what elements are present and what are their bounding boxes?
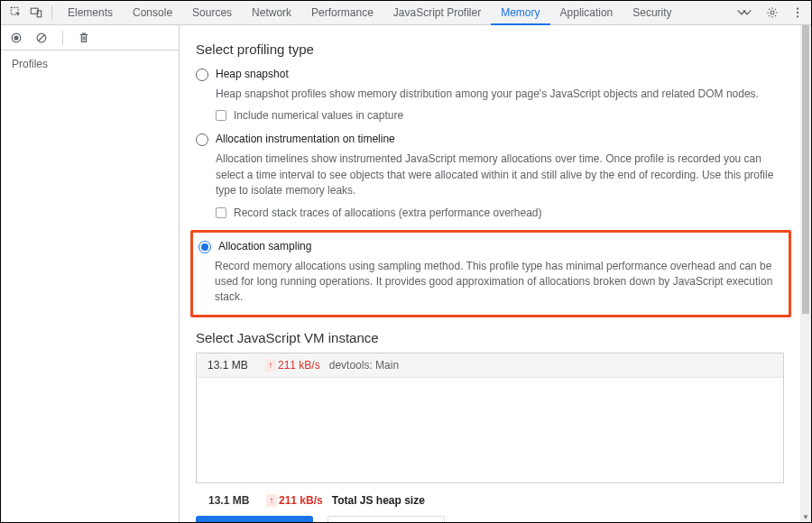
- clear-icon[interactable]: [35, 32, 48, 44]
- tab-javascript-profiler[interactable]: JavaScript Profiler: [383, 1, 491, 25]
- left-pane: Profiles: [1, 25, 180, 523]
- svg-point-5: [797, 12, 798, 14]
- checkbox-label[interactable]: Include numerical values in capture: [234, 109, 403, 122]
- svg-point-6: [797, 15, 798, 17]
- vertical-scrollbar[interactable]: ▼: [800, 25, 811, 523]
- delete-icon[interactable]: [78, 32, 90, 44]
- svg-point-8: [14, 36, 18, 40]
- inspect-element-icon[interactable]: [6, 3, 26, 23]
- scrollbar-thumb[interactable]: [802, 25, 809, 314]
- scrollbar-down-icon[interactable]: ▼: [800, 513, 811, 521]
- checkbox-record-stack-traces[interactable]: [216, 207, 226, 218]
- rate-value: 211 kB/s: [279, 494, 323, 507]
- rate-value: 211 kB/s: [278, 359, 320, 372]
- start-button[interactable]: Start: [196, 516, 313, 523]
- highlighted-option-box: Allocation sampling Record memory alloca…: [190, 230, 791, 317]
- divider: [51, 5, 52, 20]
- devtools-tabs: ElementsConsoleSourcesNetworkPerformance…: [1, 1, 811, 25]
- checkbox-include-numerical[interactable]: [216, 110, 226, 121]
- main-area: Profiles Select profiling type Heap snap…: [1, 25, 811, 523]
- svg-line-10: [39, 34, 45, 41]
- load-button[interactable]: Load: [328, 516, 445, 523]
- option-desc: Allocation timelines show instrumented J…: [216, 151, 784, 198]
- total-heap-label: Total JS heap size: [332, 494, 425, 507]
- total-heap-rate: ↑ 211 kB/s: [266, 494, 323, 507]
- option-heap-snapshot: Heap snapshot Heap snapshot profiles sho…: [196, 68, 784, 122]
- svg-point-3: [770, 11, 774, 14]
- device-toggle-icon[interactable]: [26, 3, 46, 23]
- select-vm-instance-heading: Select JavaScript VM instance: [196, 330, 784, 345]
- rate-up-icon: ↑: [265, 359, 276, 372]
- vm-instance-name: devtools: Main: [329, 359, 399, 372]
- svg-point-4: [797, 7, 798, 9]
- divider: [62, 31, 63, 45]
- option-desc: Record memory allocations using sampling…: [215, 259, 780, 306]
- radio-heap-snapshot[interactable]: [196, 69, 208, 81]
- tab-console[interactable]: Console: [123, 1, 182, 25]
- tab-network[interactable]: Network: [242, 1, 301, 25]
- option-title[interactable]: Allocation sampling: [218, 240, 311, 252]
- radio-allocation-sampling[interactable]: [198, 241, 211, 253]
- profiles-toolbar: [1, 25, 179, 50]
- vm-instance-row[interactable]: 13.1 MB ↑ 211 kB/s devtools: Main: [197, 353, 783, 378]
- tab-memory[interactable]: Memory: [491, 1, 549, 25]
- profiles-section-label: Profiles: [1, 50, 179, 78]
- option-allocation-sampling: Allocation sampling Record memory alloca…: [197, 240, 780, 306]
- rate-up-icon: ↑: [266, 494, 277, 507]
- tab-security[interactable]: Security: [623, 1, 681, 25]
- heap-summary-row: 13.1 MB ↑ 211 kB/s Total JS heap size: [196, 489, 784, 512]
- option-allocation-timeline: Allocation instrumentation on timeline A…: [196, 133, 784, 218]
- tab-sources[interactable]: Sources: [182, 1, 242, 25]
- vm-memory-rate: ↑ 211 kB/s: [265, 359, 320, 372]
- tab-application[interactable]: Application: [550, 1, 623, 25]
- vm-memory-size: 13.1 MB: [208, 359, 256, 372]
- more-tabs-icon[interactable]: [735, 6, 753, 19]
- kebab-menu-icon[interactable]: [791, 6, 804, 19]
- select-profiling-type-heading: Select profiling type: [196, 41, 784, 57]
- radio-allocation-timeline[interactable]: [196, 133, 208, 146]
- vm-instance-list: 13.1 MB ↑ 211 kB/s devtools: Main: [196, 353, 784, 483]
- checkbox-label[interactable]: Record stack traces of allocations (extr…: [234, 206, 542, 219]
- option-title[interactable]: Heap snapshot: [216, 68, 289, 80]
- right-pane: Select profiling type Heap snapshot Heap…: [180, 25, 811, 523]
- action-buttons: Start Load: [196, 512, 784, 523]
- memory-panel-content: Select profiling type Heap snapshot Heap…: [180, 25, 800, 523]
- total-heap-size: 13.1 MB: [208, 494, 257, 507]
- tab-elements[interactable]: Elements: [58, 1, 123, 25]
- record-icon[interactable]: [10, 32, 23, 44]
- option-desc: Heap snapshot profiles show memory distr…: [216, 87, 784, 102]
- tab-performance[interactable]: Performance: [301, 1, 383, 25]
- option-title[interactable]: Allocation instrumentation on timeline: [216, 133, 395, 145]
- settings-gear-icon[interactable]: [766, 6, 779, 19]
